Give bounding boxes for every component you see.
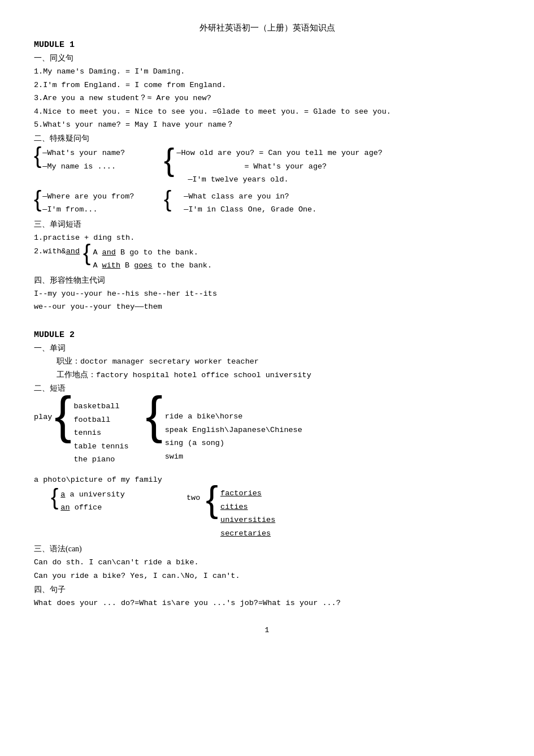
- sq-left1-content: —What's your name? —My name is ....: [42, 146, 125, 174]
- section1-title: 一、同义句: [34, 53, 500, 63]
- sq-right2-line1: —What class are you in?: [172, 191, 316, 203]
- sq-right1-line1: —How old are you? = Can you tell me your…: [176, 147, 383, 159]
- play-item-0: basketball: [73, 400, 128, 413]
- phrase2-b: A with B goes to the bank.: [93, 260, 212, 272]
- play-items: basketball football tennis table tennis …: [73, 399, 128, 467]
- vocab-places-value: factory hospital hotel office school uni…: [96, 371, 311, 379]
- module2-section2-title: 二、短语: [34, 383, 500, 394]
- grammar-line1: Can do sth. I can\can't ride a bike.: [34, 556, 500, 569]
- module1-block: MUDULE 1 一、同义句 1.My name's Daming. = I'm…: [34, 40, 500, 313]
- line-1-3: 3.Are you a new student？≈ Are you new?: [34, 92, 500, 105]
- section2-title: 二、特殊疑问句: [34, 133, 500, 144]
- play-section: play { basketball football tennis table …: [34, 397, 500, 467]
- page-number: 1: [34, 626, 500, 634]
- two-right-2: universities: [220, 514, 275, 526]
- two-right-0: factories: [220, 487, 275, 500]
- line-1-2: 2.I'm from England. = I come from Englan…: [34, 79, 500, 92]
- univ-brace: {: [51, 487, 58, 507]
- two-right-items: factories cities universities secretarie…: [220, 486, 275, 541]
- pronouns1: I--my you--your he--his she--her it--its: [34, 288, 500, 300]
- play-item-4: the piano: [73, 453, 128, 466]
- sq-right1-line3: —I'm twelve years old.: [176, 174, 383, 186]
- two-label: two: [186, 492, 200, 504]
- photo-row: a photo\picture of my family { a a unive…: [34, 473, 500, 541]
- module1-title: MUDULE 1: [34, 40, 500, 50]
- univ-item-0: a a university: [60, 489, 124, 501]
- play-right-item-1: speak English\Japanese\Chinese: [165, 424, 302, 437]
- module2-title: MUDULE 2: [34, 330, 500, 340]
- play-right-item-0: ride a bike\horse: [165, 411, 302, 423]
- special-q-row2: { —Where are you from? —I'm from... { —W…: [34, 189, 500, 217]
- line-1-5: 5.What's your name? = May I have your na…: [34, 119, 500, 131]
- phrase2-label-text: 2.with&and: [34, 245, 80, 258]
- brace-left1: {: [34, 146, 41, 166]
- sq-right2-line2: —I'm in Class One, Grade One.: [172, 204, 316, 216]
- vocab-places: 工作地点：factory hospital hotel office schoo…: [57, 369, 500, 382]
- sq-right2: { —What class are you in? —I'm in Class …: [164, 189, 500, 217]
- play-item-3: table tennis: [73, 440, 128, 453]
- play-item-1: football: [73, 414, 128, 426]
- sq-right1-line2: = What's your age?: [176, 161, 383, 173]
- two-brace: {: [206, 484, 218, 515]
- play-right-items: ride a bike\horse speak English\Japanese…: [165, 409, 302, 464]
- sq-left2-line2: —I'm from...: [42, 204, 134, 216]
- brace-right2: {: [164, 189, 171, 209]
- section4-title: 四、形容性物主代词: [34, 275, 500, 286]
- phrase1: 1.practise + ding sth.: [34, 232, 500, 244]
- vocab-jobs-value: doctor manager secretary worker teacher: [80, 357, 259, 366]
- two-right-1: cities: [220, 501, 275, 513]
- sq-left1: { —What's your name? —My name is ....: [34, 146, 158, 187]
- brace-right1: {: [164, 146, 174, 173]
- phrase2-a: A and B go to the bank.: [93, 247, 212, 259]
- sq-right2-content: —What class are you in? —I'm in Class On…: [172, 189, 316, 217]
- univ-item-1: an office: [60, 502, 124, 514]
- play-label: play: [34, 413, 52, 421]
- page-title: 外研社英语初一（上册）英语知识点: [34, 23, 500, 33]
- section3-title: 三、单词短语: [34, 219, 500, 230]
- univ-items: a a university an office: [60, 487, 124, 515]
- module2-section1-title: 一、单词: [34, 343, 500, 353]
- line-1-1: 1.My name's Daming. = I'm Daming.: [34, 66, 500, 78]
- vocab-jobs: 职业：doctor manager secretary worker teach…: [57, 356, 500, 368]
- with-and-content: A and B go to the bank. A with B goes to…: [93, 245, 212, 273]
- univ-block: { a a university an office: [51, 487, 181, 515]
- module2-section3-title: 三、语法(can): [34, 544, 500, 554]
- vocab-jobs-label: 职业：: [57, 357, 80, 366]
- sq-right1: { —How old are you? = Can you tell me yo…: [164, 146, 500, 187]
- sq-right1-content: —How old are you? = Can you tell me your…: [176, 146, 383, 187]
- brace-left2: {: [34, 189, 41, 209]
- line-1-4: 4.Nice to meet you. = Nice to see you. =…: [34, 106, 500, 118]
- play-right-item-3: swim: [165, 451, 302, 463]
- sq-left1-line1: —What's your name?: [42, 147, 125, 159]
- play-right-item-2: sing (a song): [165, 437, 302, 450]
- sq-left2-content: —Where are you from? —I'm from...: [42, 189, 134, 217]
- sentence-line: What does your ... do?=What is\are you .…: [34, 597, 500, 610]
- play-right-brace: {: [146, 395, 163, 437]
- module2-block: MUDULE 2 一、单词 职业：doctor manager secretar…: [34, 330, 500, 609]
- two-right-3: secretaries: [220, 528, 275, 540]
- two-section: two { factories cities universities secr…: [186, 484, 275, 541]
- grammar-line2: Can you ride a bike? Yes, I can.\No, I c…: [34, 570, 500, 582]
- module2-section4-title: 四、句子: [34, 585, 500, 595]
- sq-left2: { —Where are you from? —I'm from...: [34, 189, 158, 217]
- vocab-places-label: 工作地点：: [57, 371, 96, 379]
- sq-left2-line1: —Where are you from?: [42, 191, 134, 203]
- photo-left: a photo\picture of my family { a a unive…: [34, 473, 181, 515]
- play-item-2: tennis: [73, 427, 128, 439]
- play-brace: {: [54, 395, 71, 437]
- pronouns2: we--our you--your they——them: [34, 301, 500, 313]
- special-q-row1: { —What's your name? —My name is .... { …: [34, 146, 500, 187]
- sq-left1-line2: —My name is ....: [42, 161, 125, 173]
- with-and-section: 2.with&and { A and B go to the bank. A w…: [34, 245, 500, 273]
